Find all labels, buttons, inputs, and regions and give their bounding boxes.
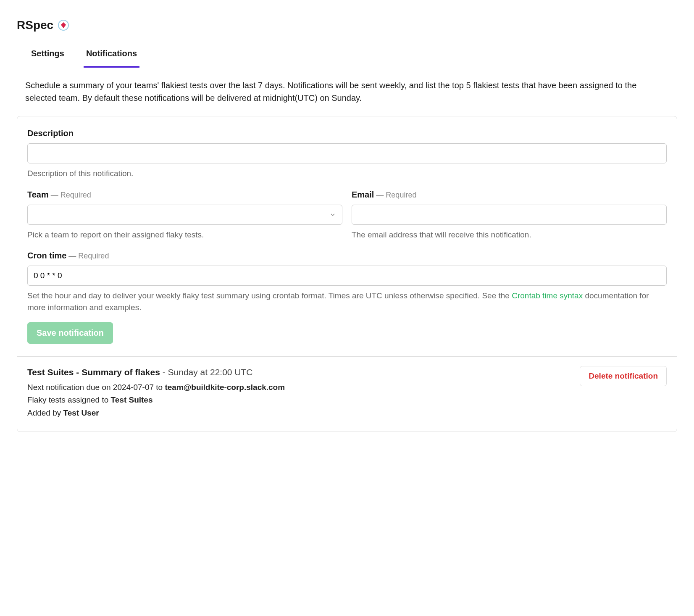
crontab-syntax-link[interactable]: Crontab time syntax <box>512 291 583 300</box>
cron-required: — Required <box>66 252 109 260</box>
team-help: Pick a team to report on their assigned … <box>27 229 342 241</box>
email-required: — Required <box>374 191 416 199</box>
cron-input[interactable] <box>27 266 667 286</box>
cron-group: Cron time — Required Set the hour and da… <box>27 250 667 313</box>
email-input[interactable] <box>352 205 667 225</box>
team-label: Team <box>27 189 49 200</box>
existing-next-email: team@buildkite-corp.slack.com <box>165 383 285 392</box>
existing-schedule: - Sunday at 22:00 UTC <box>160 367 253 377</box>
save-notification-button[interactable]: Save notification <box>27 322 113 344</box>
description-help: Description of this notification. <box>27 168 667 179</box>
description-label: Description <box>27 127 74 139</box>
description-input[interactable] <box>27 143 667 163</box>
cron-help-pre: Set the hour and day to deliver your wee… <box>27 291 512 300</box>
existing-added-user: Test User <box>63 408 99 417</box>
email-help: The email address that will receive this… <box>352 229 667 241</box>
cron-label: Cron time <box>27 250 66 261</box>
cron-help: Set the hour and day to deliver your wee… <box>27 290 667 313</box>
existing-flaky-team: Test Suites <box>111 395 153 404</box>
existing-flaky-line: Flaky tests assigned to Test Suites <box>27 395 285 406</box>
tabs: Settings Notifications <box>17 43 677 67</box>
existing-next-line: Next notification due on 2024-07-07 to t… <box>27 382 285 393</box>
existing-info: Test Suites - Summary of flakes - Sunday… <box>27 366 285 420</box>
existing-notification: Test Suites - Summary of flakes - Sunday… <box>17 356 677 431</box>
page-title: RSpec <box>17 17 677 33</box>
team-select[interactable] <box>27 205 342 225</box>
team-required: — Required <box>49 191 91 199</box>
notification-card: Description Description of this notifica… <box>17 116 677 432</box>
existing-title: Test Suites - Summary of flakes - Sunday… <box>27 366 285 378</box>
existing-next-pre: Next notification due on 2024-07-07 to <box>27 383 165 392</box>
form-section: Description Description of this notifica… <box>17 116 677 356</box>
delete-notification-button[interactable]: Delete notification <box>580 366 667 386</box>
existing-added-pre: Added by <box>27 408 63 417</box>
existing-added-line: Added by Test User <box>27 408 285 419</box>
description-group: Description Description of this notifica… <box>27 127 667 179</box>
email-label: Email <box>352 189 374 200</box>
tab-settings[interactable]: Settings <box>29 43 67 68</box>
tab-notifications[interactable]: Notifications <box>84 43 139 68</box>
existing-title-text: Test Suites - Summary of flakes <box>27 367 160 377</box>
svg-marker-1 <box>61 22 66 28</box>
page-title-text: RSpec <box>17 17 53 33</box>
existing-flaky-pre: Flaky tests assigned to <box>27 395 111 404</box>
email-group: Email — Required The email address that … <box>352 189 667 241</box>
ruby-icon <box>58 19 69 31</box>
team-group: Team — Required Pick a team to report on… <box>27 189 342 241</box>
intro-text: Schedule a summary of your teams' flakie… <box>17 79 677 104</box>
